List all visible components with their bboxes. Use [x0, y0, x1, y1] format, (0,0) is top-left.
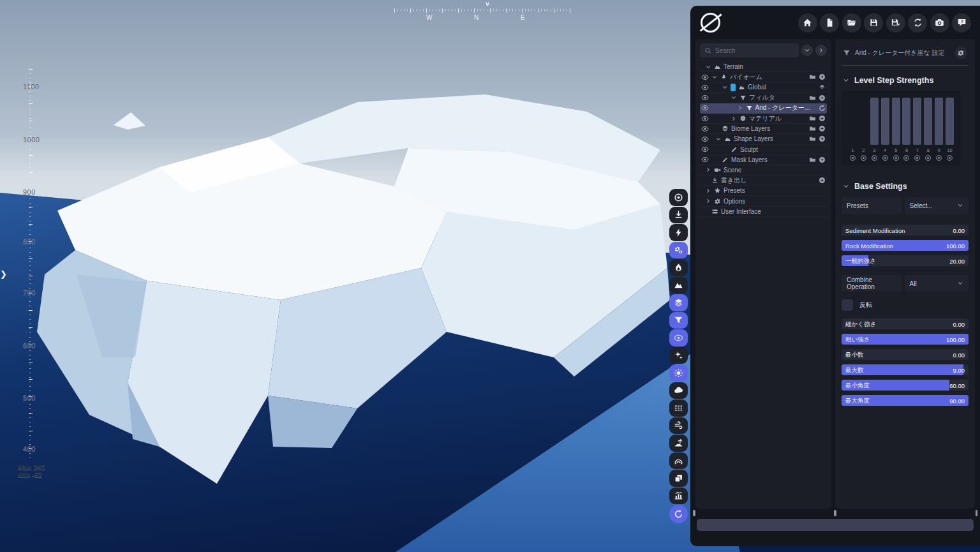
eye-icon[interactable] [701, 104, 709, 112]
add-icon[interactable] [819, 73, 826, 80]
duplicate-tool-button[interactable] [669, 470, 688, 487]
visibility-tool-button[interactable] [669, 329, 688, 347]
tree-item-arid-crater-filter[interactable]: Arid - クレーター付き崖 [700, 103, 827, 114]
refresh-icon[interactable] [819, 105, 826, 112]
tree-item-export[interactable]: 書き出し [700, 175, 827, 186]
save-as-button[interactable] [886, 13, 905, 33]
home-button[interactable] [798, 13, 817, 33]
eye-icon[interactable] [701, 84, 709, 91]
chevron-right-icon[interactable] [705, 188, 711, 194]
eye-icon[interactable] [701, 135, 709, 143]
viewport-panel-collapse-chevron[interactable]: ❯ [0, 267, 9, 281]
folder-icon[interactable] [809, 135, 816, 142]
wind-tool-button[interactable] [669, 417, 688, 435]
level-step-bar-6[interactable]: 6 [902, 98, 912, 161]
lightning-tool-button[interactable] [669, 224, 688, 241]
cloud-tool-button[interactable] [669, 382, 688, 399]
rock-modification-slider[interactable]: Rock Modification 100.00 [842, 240, 969, 251]
level-step-toggle-10[interactable] [947, 155, 953, 161]
level-step-toggle-8[interactable] [925, 155, 931, 161]
sediment-modification-slider[interactable]: Sediment Modification 0.00 [842, 225, 969, 235]
eye-icon[interactable] [701, 156, 709, 163]
open-folder-button[interactable] [842, 13, 861, 33]
tree-item-terrain[interactable]: Terrain [700, 62, 827, 72]
search-next-button[interactable] [815, 45, 827, 56]
resize-grip[interactable] [693, 510, 695, 516]
layers-tool-button[interactable] [669, 294, 688, 311]
target-tool-button[interactable] [669, 189, 688, 206]
resize-grip[interactable] [976, 510, 978, 516]
tree-item-filters[interactable]: フィルタ [700, 93, 827, 103]
sun-tool-button[interactable] [669, 364, 688, 382]
rainbow-tool-button[interactable] [669, 452, 688, 470]
help-button[interactable] [952, 13, 971, 33]
eye-icon[interactable] [701, 125, 709, 133]
chevron-down-icon[interactable] [715, 136, 722, 142]
eye-icon[interactable] [701, 115, 709, 123]
sync-button[interactable] [908, 13, 927, 33]
level-step-toggle-4[interactable] [882, 155, 888, 161]
search-expand-down-button[interactable] [801, 45, 813, 56]
level-step-toggle-3[interactable] [872, 155, 877, 161]
resize-grip[interactable] [834, 510, 836, 516]
level-step-bar-7[interactable]: 7 [912, 98, 923, 161]
new-file-button[interactable] [820, 13, 839, 33]
terrain-scene-tool-button[interactable] [669, 435, 688, 452]
level-step-bar-1[interactable]: 1 [847, 98, 858, 161]
section-level-step-strengths[interactable]: Level Step Strengths [843, 76, 969, 85]
level-step-bar-8[interactable]: 8 [923, 98, 933, 161]
coarse-strength-slider[interactable]: 粗い強さ 100.00 [842, 334, 969, 345]
chevron-right-icon[interactable] [705, 198, 711, 204]
level-step-toggle-2[interactable] [861, 155, 866, 161]
tree-item-biome[interactable]: バイオーム [700, 72, 827, 82]
inspector-settings-button[interactable] [954, 47, 967, 59]
folder-icon[interactable] [809, 115, 816, 122]
combine-operation-select[interactable]: All [905, 275, 969, 292]
chevron-down-icon[interactable] [722, 84, 728, 91]
general-strength-slider[interactable]: 一般的強さ 20.00 [842, 255, 969, 266]
max-count-slider[interactable]: 最大数 9.00 [842, 364, 969, 375]
tree-item-mask-layers[interactable]: Mask Layers [700, 155, 827, 165]
level-step-bar-10[interactable]: 10 [944, 98, 955, 161]
stats-tool-button[interactable] [669, 488, 688, 505]
screenshot-button[interactable] [930, 13, 949, 33]
tree-item-material[interactable]: マテリアル [700, 114, 827, 124]
min-angle-slider[interactable]: 最小角度 60.00 [842, 380, 969, 391]
chevron-down-icon[interactable] [711, 74, 718, 80]
level-step-bar-3[interactable]: 3 [869, 98, 880, 161]
tree-item-presets[interactable]: Presets [700, 186, 827, 196]
level-step-bar-5[interactable]: 5 [891, 98, 902, 161]
chevron-down-icon[interactable] [705, 64, 711, 70]
fine-strength-slider[interactable]: 細かく強さ 0.00 [842, 318, 969, 329]
refresh-tool-button[interactable] [669, 505, 688, 523]
chevron-right-icon[interactable] [705, 167, 711, 173]
download-tool-button[interactable] [669, 207, 688, 224]
folder-icon[interactable] [809, 156, 816, 163]
level-step-toggle-6[interactable] [903, 155, 909, 161]
level-step-bar-2[interactable]: 2 [858, 98, 869, 161]
tree-item-options[interactable]: Options [700, 196, 827, 206]
level-step-toggle-7[interactable] [914, 155, 920, 161]
eye-icon[interactable] [701, 73, 709, 81]
tree-item-user-interface[interactable]: User Interface [700, 207, 827, 217]
add-icon[interactable] [819, 135, 826, 142]
add-icon[interactable] [819, 156, 826, 163]
save-button[interactable] [864, 13, 883, 33]
chevron-right-icon[interactable] [737, 105, 743, 111]
level-step-toggle-5[interactable] [893, 155, 899, 161]
eye-icon[interactable] [701, 145, 709, 153]
sparkles-tool-button[interactable] [669, 347, 688, 364]
add-icon[interactable] [819, 177, 826, 184]
tree-item-biome-layers[interactable]: Biome Layers [700, 124, 827, 134]
gears-tool-button[interactable] [669, 242, 688, 259]
tree-item-global[interactable]: Global [700, 82, 827, 93]
search-input[interactable]: Search [700, 43, 799, 57]
folder-icon[interactable] [809, 94, 816, 101]
level-step-bar-9[interactable]: 9 [933, 98, 944, 161]
tree-item-sculpt[interactable]: Sculpt [700, 145, 827, 155]
folder-icon[interactable] [809, 73, 816, 80]
add-icon[interactable] [819, 125, 826, 132]
folder-icon[interactable] [809, 125, 816, 132]
level-step-toggle-1[interactable] [850, 155, 856, 161]
mountain-tool-button[interactable] [669, 277, 688, 294]
